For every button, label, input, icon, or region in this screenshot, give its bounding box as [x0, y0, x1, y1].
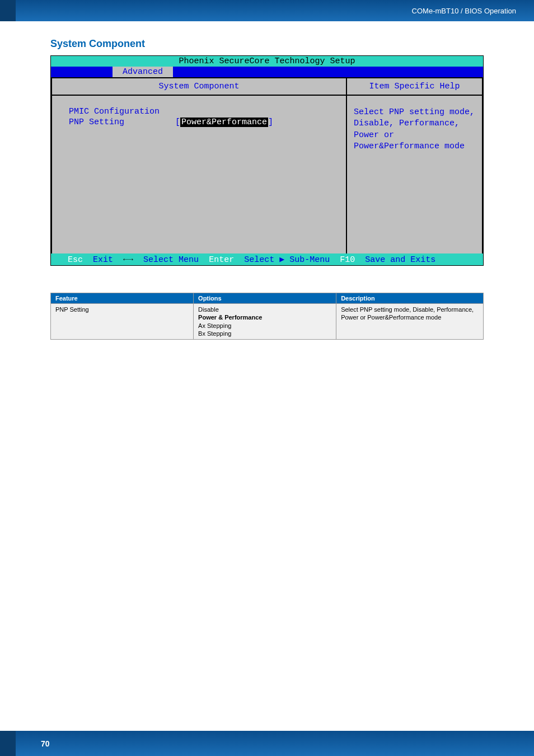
- bios-right-header: Item Specific Help: [347, 78, 482, 96]
- cell-description: Select PNP setting mode, Disable, Perfor…: [336, 304, 484, 340]
- bios-left-header: System Component: [52, 78, 346, 96]
- arrow-keys[interactable]: ←→: [123, 255, 133, 265]
- bios-item-value: [Power&Performance]: [175, 118, 273, 127]
- cell-options: DisablePower & PerformanceAx SteppingBx …: [194, 304, 336, 340]
- bios-main: System Component PMIC Configuration PNP …: [51, 77, 483, 253]
- bios-left-content: PMIC Configuration PNP Setting [Power&Pe…: [52, 96, 346, 139]
- cell-feature: PNP Setting: [51, 304, 194, 340]
- bios-item-pmic[interactable]: PMIC Configuration: [69, 107, 329, 116]
- bios-title: Phoenix SecureCore Technology Setup: [51, 56, 483, 67]
- bios-right-panel: Item Specific Help Select PNP setting mo…: [346, 77, 483, 253]
- page-content: System Component Phoenix SecureCore Tech…: [0, 21, 534, 362]
- tab-advanced[interactable]: Advanced: [113, 67, 173, 77]
- bios-screen: Phoenix SecureCore Technology Setup Adva…: [50, 55, 484, 266]
- bios-tab-row: Advanced: [51, 67, 483, 77]
- col-options: Options: [194, 293, 336, 304]
- section-title: System Component: [50, 38, 484, 50]
- col-feature: Feature: [51, 293, 194, 304]
- bios-item-pnp[interactable]: PNP Setting [Power&Performance]: [69, 118, 329, 127]
- breadcrumb: COMe-mBT10 / BIOS Operation: [412, 7, 516, 15]
- table-header-row: Feature Options Description: [51, 293, 484, 304]
- table-row: PNP SettingDisablePower & PerformanceAx …: [51, 304, 484, 340]
- bios-item-label: PMIC Configuration: [69, 107, 175, 116]
- bios-help-text: Select PNP setting mode, Disable, Perfor…: [347, 96, 482, 163]
- bios-item-label: PNP Setting: [69, 118, 175, 127]
- bios-left-panel: System Component PMIC Configuration PNP …: [51, 77, 346, 253]
- bios-footer: Esc Exit ←→ Select Menu Enter Select ▶ S…: [51, 253, 483, 265]
- feature-table: Feature Options Description PNP SettingD…: [50, 293, 484, 340]
- page-header: COMe-mBT10 / BIOS Operation: [0, 0, 534, 21]
- col-description: Description: [336, 293, 484, 304]
- esc-key[interactable]: Esc: [68, 255, 83, 265]
- enter-key[interactable]: Enter: [209, 255, 234, 265]
- f10-key[interactable]: F10: [340, 255, 355, 265]
